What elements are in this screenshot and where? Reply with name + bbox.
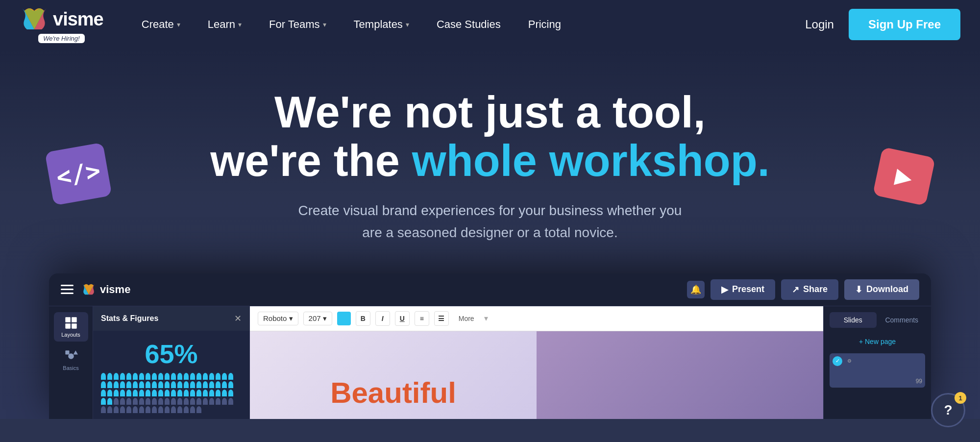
app-preview: visme 🔔 ▶ Present ↗ Share ⬇ Download <box>49 273 931 419</box>
bold-button[interactable]: B <box>356 311 370 326</box>
nav-item-templates[interactable]: Templates ▾ <box>340 0 423 49</box>
notification-icon[interactable]: 🔔 <box>687 281 705 298</box>
app-right-panel: Slides Comments + New page ✓ ⚙ 99 <box>823 306 931 419</box>
sidebar-tool-layouts[interactable]: Layouts <box>54 312 88 342</box>
login-button[interactable]: Login <box>805 18 834 31</box>
layouts-icon <box>64 316 78 330</box>
svg-marker-7 <box>73 350 77 354</box>
align-list-button[interactable]: ☰ <box>434 311 449 326</box>
underline-button[interactable]: U <box>395 311 410 326</box>
nav-item-learn[interactable]: Learn ▾ <box>194 0 255 49</box>
app-body: Layouts Basics Stats & Figures <box>49 306 931 419</box>
download-icon: ⬇ <box>855 284 862 295</box>
app-preview-wrapper: visme 🔔 ▶ Present ↗ Share ⬇ Download <box>49 273 931 419</box>
svg-rect-3 <box>65 323 71 329</box>
hero-section: </> ▶ We're not just a tool, we're the w… <box>0 49 980 419</box>
slide-thumbnail[interactable]: ✓ ⚙ 99 <box>830 353 925 388</box>
stats-percent: 65% <box>101 339 242 369</box>
nav-item-create[interactable]: Create ▾ <box>128 0 194 49</box>
app-panel-header: Stats & Figures ✕ <box>93 306 249 331</box>
nav-right: Login Sign Up Free <box>805 9 960 40</box>
canvas-right <box>537 331 823 419</box>
chevron-down-icon: ▾ <box>406 21 409 28</box>
hiring-badge[interactable]: We're Hiring! <box>38 34 84 43</box>
canvas-left: Beautiful <box>250 331 537 419</box>
new-page-button[interactable]: + New page <box>830 334 925 349</box>
canvas-toolbar: Roboto ▾ 207 ▾ B I U ≡ ☰ More ▾ <box>250 306 823 331</box>
app-logo-icon <box>81 283 96 296</box>
visme-logo-icon <box>20 6 49 33</box>
font-size-selector[interactable]: 207 ▾ <box>303 312 332 325</box>
align-left-button[interactable]: ≡ <box>415 311 429 326</box>
app-logo-text: visme <box>100 283 130 296</box>
app-sidebar: Layouts Basics <box>49 306 93 419</box>
share-icon: ↗ <box>792 284 799 295</box>
more-chevron-icon: ▾ <box>484 314 488 323</box>
present-button[interactable]: ▶ Present <box>710 279 775 300</box>
signup-button[interactable]: Sign Up Free <box>849 9 960 40</box>
more-button[interactable]: More <box>454 313 479 324</box>
color-picker[interactable] <box>337 312 351 325</box>
hero-subtitle: Create visual brand experiences for your… <box>294 200 686 244</box>
app-panel-content: 65% // Will be rendered via repeated ele… <box>93 331 249 419</box>
help-button[interactable]: ? 1 <box>931 393 965 427</box>
basics-icon <box>64 349 78 363</box>
tab-comments[interactable]: Comments <box>879 312 926 328</box>
nav-links: Create ▾ Learn ▾ For Teams ▾ Templates ▾… <box>128 0 805 49</box>
app-topbar-right: 🔔 ▶ Present ↗ Share ⬇ Download <box>687 279 919 300</box>
navbar: visme We're Hiring! Create ▾ Learn ▾ For… <box>0 0 980 49</box>
nav-item-case-studies[interactable]: Case Studies <box>423 0 514 49</box>
nav-item-for-teams[interactable]: For Teams ▾ <box>255 0 340 49</box>
slide-check-icon: ✓ <box>833 356 842 366</box>
stats-icons: // Will be rendered via repeated element… <box>101 373 242 413</box>
chevron-down-icon: ▾ <box>238 21 242 28</box>
slides-tabs: Slides Comments <box>830 312 925 328</box>
canvas-content: Beautiful <box>250 331 823 419</box>
italic-button[interactable]: I <box>375 311 390 326</box>
svg-rect-4 <box>72 323 77 329</box>
chevron-down-icon: ▾ <box>323 21 326 28</box>
slide-settings-icon[interactable]: ⚙ <box>844 356 854 366</box>
nav-item-pricing[interactable]: Pricing <box>514 0 575 49</box>
svg-rect-1 <box>65 317 71 322</box>
notification-badge: 1 <box>955 392 966 404</box>
slide-page-number: 99 <box>916 378 922 385</box>
font-selector[interactable]: Roboto ▾ <box>258 312 298 325</box>
present-icon: ▶ <box>721 284 728 295</box>
svg-rect-2 <box>72 317 77 322</box>
app-panel-title: Stats & Figures <box>101 314 158 323</box>
app-canvas: Roboto ▾ 207 ▾ B I U ≡ ☰ More ▾ <box>250 306 823 419</box>
play-icon: ▶ <box>873 147 935 206</box>
app-logo: visme <box>81 283 130 296</box>
canvas-text: Beautiful <box>320 366 466 419</box>
logo-image: visme <box>20 6 103 33</box>
panel-close-button[interactable]: ✕ <box>234 313 242 324</box>
sidebar-tool-basics[interactable]: Basics <box>54 345 88 375</box>
chevron-down-icon: ▾ <box>177 21 180 28</box>
share-button[interactable]: ↗ Share <box>781 279 838 300</box>
download-button[interactable]: ⬇ Download <box>844 279 919 300</box>
tab-slides[interactable]: Slides <box>830 312 877 328</box>
hero-title: We're not just a tool, we're the whole w… <box>20 88 960 185</box>
hamburger-menu-icon[interactable] <box>61 285 74 294</box>
app-topbar: visme 🔔 ▶ Present ↗ Share ⬇ Download <box>49 273 931 306</box>
svg-rect-6 <box>65 350 69 354</box>
logo-text: visme <box>53 9 103 30</box>
logo-area[interactable]: visme We're Hiring! <box>20 6 103 43</box>
code-icon: </> <box>45 142 112 205</box>
app-panel: Stats & Figures ✕ 65% // Will be rendere… <box>93 306 250 419</box>
